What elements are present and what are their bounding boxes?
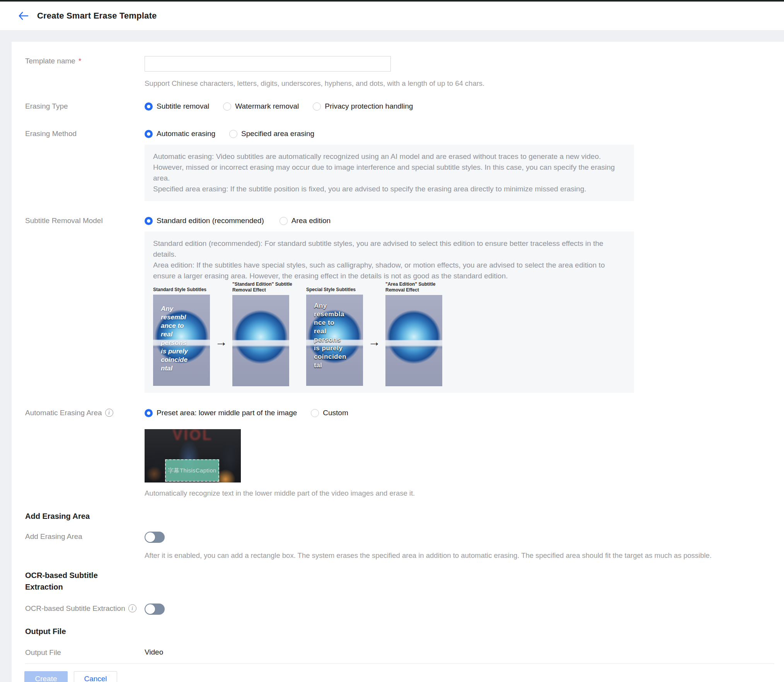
model-info-line-1: Standard edition (recommended): For stan…: [153, 238, 625, 260]
subtitle-removal-model-label: Subtitle Removal Model: [25, 216, 145, 226]
toggle-knob: [145, 604, 155, 614]
subtitle-overlay-text: Any resembl ance to real persons is pure…: [161, 305, 205, 373]
example-caption: "Area Edition" Subtitle Removal Effect: [385, 281, 448, 295]
radio-unselected-icon: [311, 409, 319, 417]
radio-selected-icon: [145, 130, 153, 138]
page-header: Create Smart Erase Template: [0, 2, 784, 30]
arrow-right-icon: →: [368, 335, 380, 349]
ocr-extraction-row: OCR-based Subtitle Extraction: [12, 604, 784, 615]
radio-watermark-removal[interactable]: Watermark removal: [223, 101, 299, 111]
output-file-row: Output File Video: [12, 648, 784, 658]
erasing-type-label: Erasing Type: [25, 101, 145, 111]
example-area-edition-result: "Area Edition" Subtitle Removal Effect: [385, 281, 442, 386]
required-asterisk: *: [78, 56, 81, 66]
screen: Create Smart Erase Template Template nam…: [0, 0, 784, 682]
radio-selected-icon: [145, 409, 153, 417]
cancel-button[interactable]: Cancel: [74, 671, 117, 682]
radio-specified-area-erasing[interactable]: Specified area erasing: [229, 129, 314, 139]
radio-selected-icon: [145, 217, 153, 225]
automatic-erasing-area-row: Automatic Erasing Area Preset area: lowe…: [12, 408, 784, 418]
info-icon[interactable]: [105, 409, 113, 417]
radio-custom-area[interactable]: Custom: [311, 408, 348, 418]
automatic-erasing-area-label: Automatic Erasing Area: [25, 408, 145, 418]
radio-unselected-icon: [229, 130, 237, 138]
radio-unselected-icon: [280, 217, 288, 225]
radio-automatic-erasing[interactable]: Automatic erasing: [145, 129, 215, 139]
radio-unselected-icon: [223, 102, 231, 111]
radio-privacy-protection[interactable]: Privacy protection handling: [313, 101, 413, 111]
output-file-heading: Output File: [12, 626, 128, 637]
example-caption: "Standard Edition" Subtitle Removal Effe…: [232, 281, 295, 295]
erasing-method-infobox: Automatic erasing: Video subtitles are a…: [145, 145, 634, 201]
erasing-method-radio-group: Automatic erasing Specified area erasing: [145, 129, 784, 139]
template-name-row: Template name * Support Chinese characte…: [12, 56, 784, 88]
add-erasing-area-help: After it is enabled, you can add a recta…: [145, 551, 784, 560]
example-image-standard-subtitles: Any resembl ance to real persons is pure…: [153, 295, 210, 386]
preview-background-text: VIOL: [145, 429, 241, 443]
radio-unselected-icon: [313, 102, 321, 111]
erasing-method-row: Erasing Method Automatic erasing Specifi…: [12, 129, 784, 139]
example-special-style: Special Style Subtitles Any resembla nce…: [306, 281, 363, 386]
example-image-area-removed: [385, 295, 442, 386]
subtitle-removal-model-row: Subtitle Removal Model Standard edition …: [12, 216, 784, 226]
footer-divider: [25, 663, 774, 664]
erasing-type-row: Erasing Type Subtitle removal Watermark …: [12, 101, 784, 111]
template-name-help: Support Chinese characters, letters, dig…: [145, 79, 784, 88]
example-image-standard-removed: [232, 295, 289, 386]
page-background: Template name * Support Chinese characte…: [0, 30, 784, 682]
auto-area-help: Automatically recognize text in the lowe…: [145, 489, 784, 498]
radio-subtitle-removal[interactable]: Subtitle removal: [145, 101, 209, 111]
toggle-knob: [145, 532, 155, 542]
example-image-special-subtitles: Any resembla nce to real persons is pure…: [306, 295, 363, 386]
template-name-label: Template name *: [25, 56, 145, 88]
example-caption: Standard Style Subtitles: [153, 281, 216, 295]
subtitle-overlay-text: Any resembla nce to real persons is pure…: [314, 302, 358, 370]
example-standard-edition-result: "Standard Edition" Subtitle Removal Effe…: [232, 281, 289, 386]
template-name-label-text: Template name: [25, 56, 75, 66]
erasing-method-label: Erasing Method: [25, 129, 145, 139]
create-button[interactable]: Create: [24, 671, 68, 682]
erasing-type-radio-group: Subtitle removal Watermark removal Priva…: [145, 101, 784, 111]
form-card: Template name * Support Chinese characte…: [12, 42, 784, 682]
model-infobox: Standard edition (recommended): For stan…: [145, 232, 634, 393]
add-erasing-area-label: Add Erasing Area: [25, 532, 145, 560]
auto-area-radio-group: Preset area: lower middle part of the im…: [145, 408, 784, 418]
example-caption: Special Style Subtitles: [306, 281, 369, 295]
template-name-input[interactable]: [145, 56, 391, 72]
back-arrow-icon: [18, 12, 28, 20]
ocr-extraction-label: OCR-based Subtitle Extraction: [25, 604, 145, 615]
form-actions: Create Cancel: [12, 671, 784, 682]
back-button[interactable]: [15, 8, 31, 24]
radio-preset-area[interactable]: Preset area: lower middle part of the im…: [145, 408, 297, 418]
model-info-line-2: Area edition: If the subtitles have spec…: [153, 260, 625, 281]
erasing-method-info-line-1: Automatic erasing: Video subtitles are a…: [153, 151, 625, 184]
add-erasing-area-toggle[interactable]: [145, 532, 165, 543]
erasing-method-info-line-2: Specified area erasing: If the subtitle …: [153, 184, 625, 194]
add-erasing-area-row: Add Erasing Area After it is enabled, yo…: [12, 532, 784, 560]
preset-area-preview-image: VIOL 字幕ThisisCaption: [145, 429, 241, 483]
radio-standard-edition[interactable]: Standard edition (recommended): [145, 216, 264, 226]
add-erasing-area-heading: Add Erasing Area: [12, 510, 128, 522]
info-icon[interactable]: [128, 604, 136, 612]
output-file-value: Video: [145, 648, 784, 657]
model-radio-group: Standard edition (recommended) Area edit…: [145, 216, 784, 226]
ocr-section-heading: OCR-based Subtitle Extraction: [12, 569, 116, 593]
radio-selected-icon: [145, 102, 153, 111]
output-file-label: Output File: [25, 648, 145, 658]
preset-caption-box: 字幕ThisisCaption: [165, 459, 219, 482]
example-standard-style: Standard Style Subtitles Any resembl anc…: [153, 281, 210, 386]
ocr-extraction-toggle[interactable]: [145, 604, 165, 615]
radio-area-edition[interactable]: Area edition: [280, 216, 331, 226]
arrow-right-icon: →: [215, 335, 227, 349]
model-example-figures: Standard Style Subtitles Any resembl anc…: [153, 281, 625, 386]
page-title: Create Smart Erase Template: [37, 11, 157, 21]
